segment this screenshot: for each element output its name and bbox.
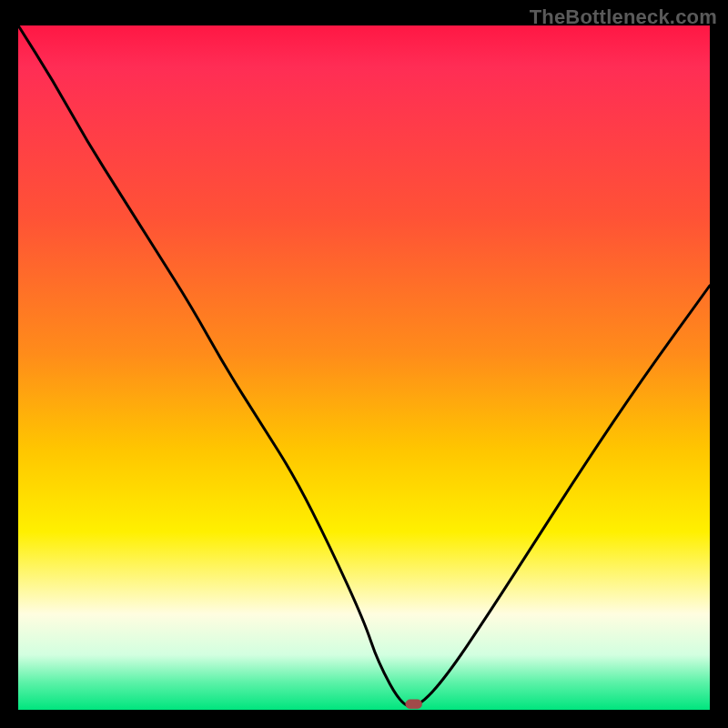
watermark-text: TheBottleneck.com bbox=[530, 5, 717, 29]
chart-svg bbox=[18, 25, 710, 710]
curve-path bbox=[18, 25, 710, 706]
chart-container: TheBottleneck.com bbox=[0, 0, 728, 728]
minimum-marker bbox=[406, 700, 422, 709]
plot-area bbox=[18, 25, 710, 710]
